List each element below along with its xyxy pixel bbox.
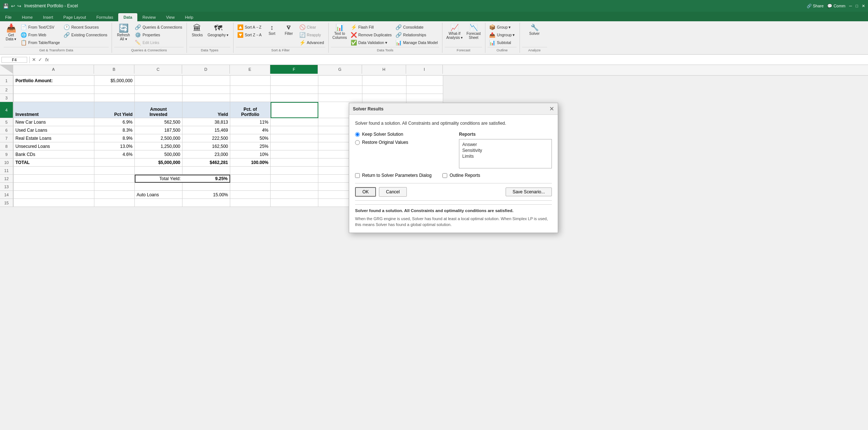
cell-B9[interactable]: 4.6% xyxy=(94,150,135,158)
tab-view[interactable]: View xyxy=(161,13,180,21)
cell-D15[interactable] xyxy=(182,199,230,207)
cell-A7[interactable]: Real Estate Loans xyxy=(14,134,94,142)
cell-C4[interactable]: AmountInvested xyxy=(135,102,182,118)
relationships-button[interactable]: 🔗Relationships xyxy=(394,31,440,39)
cell-C1[interactable] xyxy=(135,76,182,86)
keep-solution-option[interactable]: Keep Solver Solution xyxy=(355,132,448,137)
cell-D12[interactable]: 9.25% xyxy=(182,175,230,183)
outline-reports-checkbox[interactable] xyxy=(442,173,447,178)
stocks-button[interactable]: 🏛 Stocks xyxy=(189,23,205,38)
cell-F7[interactable] xyxy=(271,134,318,142)
cell-B7[interactable]: 8.9% xyxy=(94,134,135,142)
cell-I1[interactable] xyxy=(406,76,443,86)
cell-C12[interactable]: Total Yield: xyxy=(135,175,182,183)
cell-C13[interactable] xyxy=(135,183,182,191)
cell-D2[interactable] xyxy=(182,86,230,94)
dialog-close-button[interactable]: ✕ xyxy=(549,105,554,112)
sort-az-button[interactable]: 🔼Sort A→Z xyxy=(236,23,263,31)
cell-I2[interactable] xyxy=(406,86,443,94)
comments-button[interactable]: 💬 Comm xyxy=(827,4,845,8)
from-table-button[interactable]: 📋From Table/Range xyxy=(19,39,61,46)
cell-E12[interactable] xyxy=(230,175,271,183)
cell-G2[interactable] xyxy=(318,86,362,94)
cell-A12[interactable] xyxy=(14,175,94,183)
cell-C8[interactable]: 1,250,000 xyxy=(135,142,182,150)
cell-G1[interactable] xyxy=(318,76,362,86)
tab-insert[interactable]: Insert xyxy=(38,13,58,21)
cell-F8[interactable] xyxy=(271,142,318,150)
cell-C7[interactable]: 2,500,000 xyxy=(135,134,182,142)
get-data-button[interactable]: 📥 GetData ▾ xyxy=(4,23,18,42)
data-validation-button[interactable]: ✅Data Validation ▾ xyxy=(349,39,393,46)
cell-A10[interactable]: TOTAL xyxy=(14,158,94,167)
close-button[interactable]: ✕ xyxy=(862,4,865,8)
cell-E2[interactable] xyxy=(230,86,271,94)
cell-B2[interactable] xyxy=(94,86,135,94)
cell-B3[interactable] xyxy=(94,94,135,102)
cell-A2[interactable] xyxy=(14,86,94,94)
cell-D9[interactable]: 23,000 xyxy=(182,150,230,158)
cell-F1[interactable] xyxy=(271,76,318,86)
return-to-solver-option[interactable]: Return to Solver Parameters Dialog xyxy=(355,173,431,178)
cell-E3[interactable] xyxy=(230,94,271,102)
cell-C6[interactable]: 187,500 xyxy=(135,126,182,134)
consolidate-button[interactable]: 🔗Consolidate xyxy=(394,23,440,31)
ungroup-button[interactable]: 📤Ungroup ▾ xyxy=(488,31,516,39)
confirm-formula-icon[interactable]: ✓ xyxy=(38,57,42,62)
cell-A4[interactable]: Investment xyxy=(14,102,94,118)
cell-C3[interactable] xyxy=(135,94,182,102)
cell-F5[interactable] xyxy=(271,118,318,126)
report-answer[interactable]: Answer xyxy=(462,142,549,147)
cell-F10[interactable] xyxy=(271,158,318,167)
tab-page-layout[interactable]: Page Layout xyxy=(58,13,91,21)
what-if-analysis-button[interactable]: 📈 What-IfAnalysis ▾ xyxy=(445,23,464,40)
cell-B6[interactable]: 8.3% xyxy=(94,126,135,134)
cell-C5[interactable]: 562,500 xyxy=(135,118,182,126)
cell-F15[interactable] xyxy=(271,199,318,207)
sort-button[interactable]: ↕ Sort xyxy=(264,23,280,36)
flash-fill-button[interactable]: ⚡Flash Fill xyxy=(349,23,393,31)
cell-A15[interactable] xyxy=(14,199,94,207)
clear-button[interactable]: 🚫Clear xyxy=(298,23,326,31)
filter-button[interactable]: ⛛ Filter xyxy=(281,23,297,36)
existing-connections-button[interactable]: 🔗Existing Connections xyxy=(62,31,109,39)
minimize-button[interactable]: ─ xyxy=(849,4,852,8)
cell-F13[interactable] xyxy=(271,183,318,191)
cell-A9[interactable]: Bank CDs xyxy=(14,150,94,158)
cell-B8[interactable]: 13.0% xyxy=(94,142,135,150)
cell-H1[interactable] xyxy=(362,76,406,86)
cell-E5[interactable]: 11% xyxy=(230,118,271,126)
cell-F6[interactable] xyxy=(271,126,318,134)
manage-data-model-button[interactable]: 📊Manage Data Model xyxy=(394,39,440,46)
cell-D7[interactable]: 222,500 xyxy=(182,134,230,142)
cell-D5[interactable]: 38,813 xyxy=(182,118,230,126)
cell-D13[interactable] xyxy=(182,183,230,191)
geography-button[interactable]: 🗺 Geography ▾ xyxy=(206,23,230,38)
cell-C11[interactable] xyxy=(135,167,182,175)
cell-D8[interactable]: 162,500 xyxy=(182,142,230,150)
cell-E6[interactable]: 4% xyxy=(230,126,271,134)
cell-D14[interactable]: 15.00% xyxy=(182,191,230,199)
cell-B5[interactable]: 6.9% xyxy=(94,118,135,126)
cell-B12[interactable] xyxy=(94,175,135,183)
cell-B13[interactable] xyxy=(94,183,135,191)
advanced-button[interactable]: ⚡Advanced xyxy=(298,39,326,46)
cell-A11[interactable] xyxy=(14,167,94,175)
cell-E4[interactable]: Pct. ofPortfolio xyxy=(230,102,271,118)
tab-help[interactable]: Help xyxy=(180,13,199,21)
cell-B10[interactable] xyxy=(94,158,135,167)
tab-home[interactable]: Home xyxy=(17,13,38,21)
cancel-formula-icon[interactable]: ✕ xyxy=(32,57,36,62)
remove-duplicates-button[interactable]: ❌Remove Duplicates xyxy=(349,31,393,39)
refresh-all-button[interactable]: 🔄 RefreshAll ▾ xyxy=(114,23,133,42)
cell-A3[interactable] xyxy=(14,94,94,102)
cell-B4[interactable]: Pct Yield xyxy=(94,102,135,118)
cell-D10[interactable]: $462,281 xyxy=(182,158,230,167)
cell-D3[interactable] xyxy=(182,94,230,102)
cell-B1[interactable]: $5,000,000 xyxy=(94,76,135,86)
tab-review[interactable]: Review xyxy=(137,13,161,21)
cell-F2[interactable] xyxy=(271,86,318,94)
tab-file[interactable]: File xyxy=(0,13,17,21)
recent-sources-button[interactable]: 🕐Recent Sources xyxy=(62,23,109,31)
cell-F3[interactable] xyxy=(271,94,318,102)
